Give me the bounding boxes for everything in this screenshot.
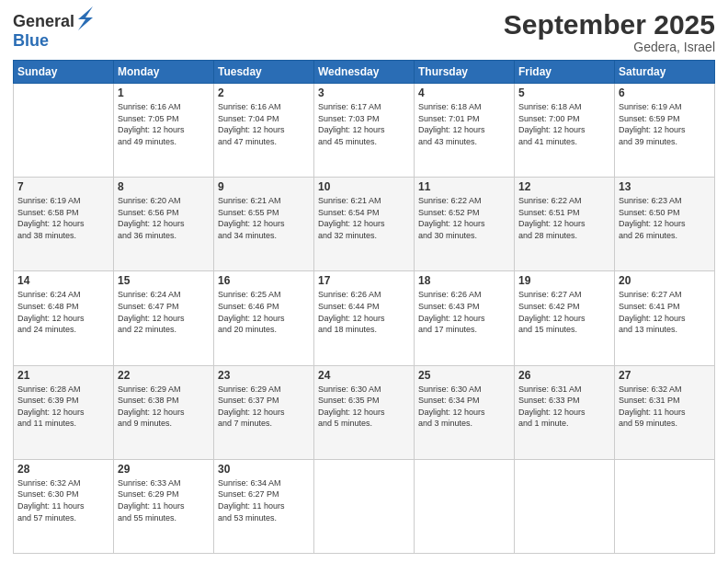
day-number: 30 <box>218 463 310 476</box>
day-number: 18 <box>418 274 510 287</box>
day-number: 19 <box>518 274 610 287</box>
calendar-header-wednesday: Wednesday <box>314 61 415 84</box>
day-number: 10 <box>318 180 410 193</box>
day-info: Sunrise: 6:29 AMSunset: 6:38 PMDaylight:… <box>118 384 210 430</box>
calendar-cell: 10Sunrise: 6:21 AMSunset: 6:54 PMDayligh… <box>314 178 415 271</box>
day-info: Sunrise: 6:19 AMSunset: 6:59 PMDaylight:… <box>619 101 711 147</box>
day-number: 29 <box>118 463 210 476</box>
calendar-cell: 14Sunrise: 6:24 AMSunset: 6:48 PMDayligh… <box>14 271 114 365</box>
calendar-cell: 28Sunrise: 6:32 AMSunset: 6:30 PMDayligh… <box>14 459 114 553</box>
day-number: 6 <box>619 86 711 99</box>
day-number: 4 <box>418 86 510 99</box>
day-info: Sunrise: 6:27 AMSunset: 6:42 PMDaylight:… <box>518 289 610 335</box>
page: General Blue September 2025 Gedera, Isra… <box>0 0 728 563</box>
calendar-cell: 11Sunrise: 6:22 AMSunset: 6:52 PMDayligh… <box>415 178 515 271</box>
day-number: 14 <box>17 274 109 287</box>
calendar-cell: 4Sunrise: 6:18 AMSunset: 7:01 PMDaylight… <box>415 84 515 178</box>
day-info: Sunrise: 6:18 AMSunset: 7:00 PMDaylight:… <box>518 101 610 147</box>
calendar-cell: 29Sunrise: 6:33 AMSunset: 6:29 PMDayligh… <box>114 459 214 553</box>
logo-blue: Blue <box>13 32 95 49</box>
calendar-cell: 15Sunrise: 6:24 AMSunset: 6:47 PMDayligh… <box>114 271 214 365</box>
day-info: Sunrise: 6:22 AMSunset: 6:52 PMDaylight:… <box>418 195 510 241</box>
day-info: Sunrise: 6:26 AMSunset: 6:44 PMDaylight:… <box>318 289 410 335</box>
calendar-header-row: SundayMondayTuesdayWednesdayThursdayFrid… <box>14 61 715 84</box>
calendar-header-thursday: Thursday <box>415 61 515 84</box>
day-number: 23 <box>218 369 310 382</box>
day-number: 11 <box>418 180 510 193</box>
calendar-cell: 30Sunrise: 6:34 AMSunset: 6:27 PMDayligh… <box>214 459 314 553</box>
title-block: September 2025 Gedera, Israel <box>504 9 715 54</box>
day-info: Sunrise: 6:23 AMSunset: 6:50 PMDaylight:… <box>619 195 711 241</box>
day-info: Sunrise: 6:29 AMSunset: 6:37 PMDaylight:… <box>218 384 310 430</box>
day-info: Sunrise: 6:34 AMSunset: 6:27 PMDaylight:… <box>218 477 310 523</box>
calendar-cell: 13Sunrise: 6:23 AMSunset: 6:50 PMDayligh… <box>615 178 715 271</box>
calendar-cell: 7Sunrise: 6:19 AMSunset: 6:58 PMDaylight… <box>14 178 114 271</box>
day-info: Sunrise: 6:32 AMSunset: 6:31 PMDaylight:… <box>619 384 711 430</box>
calendar-week-row-2: 7Sunrise: 6:19 AMSunset: 6:58 PMDaylight… <box>14 178 715 271</box>
calendar-cell: 23Sunrise: 6:29 AMSunset: 6:37 PMDayligh… <box>214 365 314 459</box>
svg-marker-0 <box>78 6 93 30</box>
day-info: Sunrise: 6:16 AMSunset: 7:05 PMDaylight:… <box>118 101 210 147</box>
calendar-cell: 16Sunrise: 6:25 AMSunset: 6:46 PMDayligh… <box>214 271 314 365</box>
day-number: 21 <box>17 369 109 382</box>
calendar-cell <box>314 459 415 553</box>
day-number: 2 <box>218 86 310 99</box>
day-number: 8 <box>118 180 210 193</box>
day-info: Sunrise: 6:22 AMSunset: 6:51 PMDaylight:… <box>518 195 610 241</box>
calendar-cell: 20Sunrise: 6:27 AMSunset: 6:41 PMDayligh… <box>615 271 715 365</box>
calendar-week-row-1: 1Sunrise: 6:16 AMSunset: 7:05 PMDaylight… <box>14 84 715 178</box>
calendar-cell: 5Sunrise: 6:18 AMSunset: 7:00 PMDaylight… <box>515 84 615 178</box>
calendar-cell <box>415 459 515 553</box>
logo-general: General <box>13 13 74 29</box>
day-number: 28 <box>17 463 109 476</box>
calendar-cell: 3Sunrise: 6:17 AMSunset: 7:03 PMDaylight… <box>314 84 415 178</box>
day-info: Sunrise: 6:21 AMSunset: 6:54 PMDaylight:… <box>318 195 410 241</box>
calendar-week-row-5: 28Sunrise: 6:32 AMSunset: 6:30 PMDayligh… <box>14 459 715 553</box>
day-number: 17 <box>318 274 410 287</box>
logo-icon <box>76 5 95 32</box>
calendar-header-sunday: Sunday <box>14 61 114 84</box>
day-info: Sunrise: 6:24 AMSunset: 6:48 PMDaylight:… <box>17 289 109 335</box>
calendar-table: SundayMondayTuesdayWednesdayThursdayFrid… <box>13 60 715 554</box>
calendar-header-friday: Friday <box>515 61 615 84</box>
day-number: 24 <box>318 369 410 382</box>
day-info: Sunrise: 6:17 AMSunset: 7:03 PMDaylight:… <box>318 101 410 147</box>
day-info: Sunrise: 6:33 AMSunset: 6:29 PMDaylight:… <box>118 477 210 523</box>
calendar-cell: 24Sunrise: 6:30 AMSunset: 6:35 PMDayligh… <box>314 365 415 459</box>
day-number: 20 <box>619 274 711 287</box>
day-number: 7 <box>17 180 109 193</box>
day-number: 26 <box>518 369 610 382</box>
calendar-cell: 27Sunrise: 6:32 AMSunset: 6:31 PMDayligh… <box>615 365 715 459</box>
location: Gedera, Israel <box>504 40 715 54</box>
day-number: 15 <box>118 274 210 287</box>
day-number: 9 <box>218 180 310 193</box>
calendar-week-row-3: 14Sunrise: 6:24 AMSunset: 6:48 PMDayligh… <box>14 271 715 365</box>
day-number: 12 <box>518 180 610 193</box>
day-info: Sunrise: 6:20 AMSunset: 6:56 PMDaylight:… <box>118 195 210 241</box>
calendar-cell: 22Sunrise: 6:29 AMSunset: 6:38 PMDayligh… <box>114 365 214 459</box>
day-number: 1 <box>118 86 210 99</box>
day-info: Sunrise: 6:30 AMSunset: 6:35 PMDaylight:… <box>318 384 410 430</box>
day-number: 16 <box>218 274 310 287</box>
day-number: 27 <box>619 369 711 382</box>
calendar-cell: 9Sunrise: 6:21 AMSunset: 6:55 PMDaylight… <box>214 178 314 271</box>
day-number: 22 <box>118 369 210 382</box>
header: General Blue September 2025 Gedera, Isra… <box>13 9 715 54</box>
day-info: Sunrise: 6:31 AMSunset: 6:33 PMDaylight:… <box>518 384 610 430</box>
day-info: Sunrise: 6:21 AMSunset: 6:55 PMDaylight:… <box>218 195 310 241</box>
calendar-cell: 19Sunrise: 6:27 AMSunset: 6:42 PMDayligh… <box>515 271 615 365</box>
day-number: 13 <box>619 180 711 193</box>
day-info: Sunrise: 6:18 AMSunset: 7:01 PMDaylight:… <box>418 101 510 147</box>
calendar-cell: 12Sunrise: 6:22 AMSunset: 6:51 PMDayligh… <box>515 178 615 271</box>
calendar-cell <box>515 459 615 553</box>
day-info: Sunrise: 6:28 AMSunset: 6:39 PMDaylight:… <box>17 384 109 430</box>
calendar-cell: 17Sunrise: 6:26 AMSunset: 6:44 PMDayligh… <box>314 271 415 365</box>
day-info: Sunrise: 6:30 AMSunset: 6:34 PMDaylight:… <box>418 384 510 430</box>
logo: General Blue <box>13 9 95 49</box>
calendar-cell: 2Sunrise: 6:16 AMSunset: 7:04 PMDaylight… <box>214 84 314 178</box>
logo-text: General Blue <box>13 9 95 49</box>
day-number: 5 <box>518 86 610 99</box>
day-info: Sunrise: 6:27 AMSunset: 6:41 PMDaylight:… <box>619 289 711 335</box>
calendar-cell: 6Sunrise: 6:19 AMSunset: 6:59 PMDaylight… <box>615 84 715 178</box>
month-title: September 2025 <box>504 9 715 40</box>
